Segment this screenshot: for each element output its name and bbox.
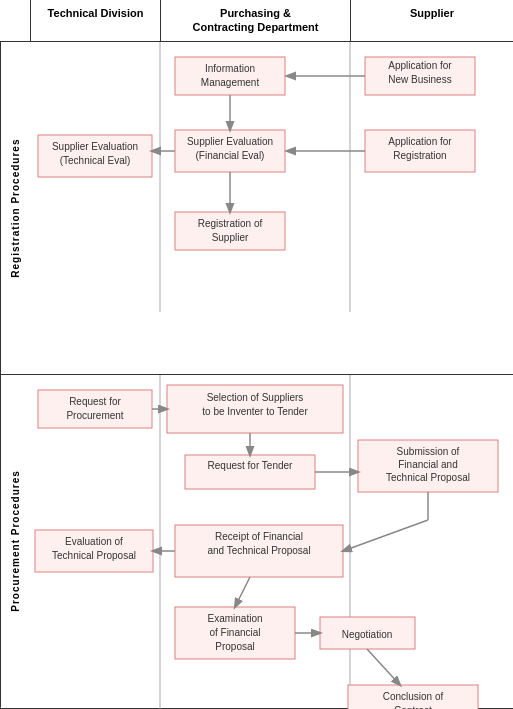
- svg-text:Receipt of Financial: Receipt of Financial: [215, 531, 303, 542]
- svg-rect-27: [38, 390, 152, 428]
- svg-text:New Business: New Business: [388, 74, 451, 85]
- header-purch: Purchasing &Contracting Department: [160, 0, 350, 41]
- svg-text:and Technical Proposal: and Technical Proposal: [207, 545, 310, 556]
- svg-text:Information: Information: [205, 63, 255, 74]
- svg-text:Technical Proposal: Technical Proposal: [386, 472, 470, 483]
- svg-text:Negotiation: Negotiation: [342, 629, 393, 640]
- svg-rect-45: [175, 525, 343, 577]
- section-procurement-label: Procurement Procedures: [0, 375, 30, 708]
- svg-rect-21: [175, 212, 285, 250]
- svg-text:(Technical Eval): (Technical Eval): [60, 155, 131, 166]
- svg-text:Selection of Suppliers: Selection of Suppliers: [207, 392, 304, 403]
- svg-text:(Financial Eval): (Financial Eval): [196, 150, 265, 161]
- svg-line-55: [235, 577, 250, 607]
- section-registration: Registration Procedures Information Mana…: [0, 42, 513, 376]
- svg-text:Management: Management: [201, 77, 260, 88]
- svg-rect-30: [167, 385, 343, 433]
- section-registration-label: Registration Procedures: [0, 42, 30, 375]
- svg-text:to be Inventer to Tender: to be Inventer to Tender: [202, 406, 308, 417]
- diagram-container: Technical Division Purchasing &Contracti…: [0, 0, 513, 709]
- svg-text:Conclusion of: Conclusion of: [383, 691, 444, 702]
- svg-text:Registration of: Registration of: [198, 218, 263, 229]
- svg-rect-2: [175, 57, 285, 95]
- svg-text:Technical Proposal: Technical Proposal: [52, 550, 136, 561]
- svg-line-62: [367, 649, 400, 685]
- svg-text:Financial and: Financial and: [398, 459, 457, 470]
- svg-text:Supplier: Supplier: [212, 232, 249, 243]
- svg-text:of Financial: of Financial: [209, 627, 260, 638]
- svg-text:Application for: Application for: [388, 60, 452, 71]
- svg-rect-56: [320, 617, 415, 649]
- section2-svg: Request for Procurement Selection of Sup…: [30, 375, 513, 709]
- svg-text:Request for: Request for: [69, 396, 121, 407]
- svg-text:Contract: Contract: [394, 705, 432, 709]
- section-procurement: Procurement Procedures Request for Procu…: [0, 375, 513, 709]
- svg-line-49: [343, 520, 428, 551]
- svg-rect-12: [175, 130, 285, 172]
- svg-rect-15: [365, 130, 475, 172]
- svg-rect-37: [358, 440, 498, 492]
- svg-text:Proposal: Proposal: [215, 641, 254, 652]
- header-sup: Supplier: [350, 0, 513, 41]
- section1-svg: Information Management Application for N…: [30, 42, 513, 312]
- svg-text:Supplier Evaluation: Supplier Evaluation: [187, 136, 273, 147]
- procurement-columns: Request for Procurement Selection of Sup…: [30, 375, 513, 708]
- svg-rect-9: [38, 135, 152, 177]
- svg-rect-59: [348, 685, 478, 709]
- svg-text:Request for Tender: Request for Tender: [208, 460, 294, 471]
- svg-text:Registration: Registration: [393, 150, 446, 161]
- svg-rect-42: [35, 530, 153, 572]
- svg-text:Application for: Application for: [388, 136, 452, 147]
- svg-text:Supplier Evaluation: Supplier Evaluation: [52, 141, 138, 152]
- header-tech: Technical Division: [30, 0, 160, 41]
- registration-columns: Information Management Application for N…: [30, 42, 513, 375]
- header-spacer: [0, 0, 30, 41]
- svg-rect-34: [185, 455, 315, 489]
- svg-rect-5: [365, 57, 475, 95]
- header-row: Technical Division Purchasing &Contracti…: [0, 0, 513, 42]
- svg-text:Submission of: Submission of: [397, 446, 460, 457]
- svg-text:Examination: Examination: [207, 613, 262, 624]
- svg-text:Procurement: Procurement: [66, 410, 123, 421]
- svg-rect-51: [175, 607, 295, 659]
- svg-text:Evaluation of: Evaluation of: [65, 536, 123, 547]
